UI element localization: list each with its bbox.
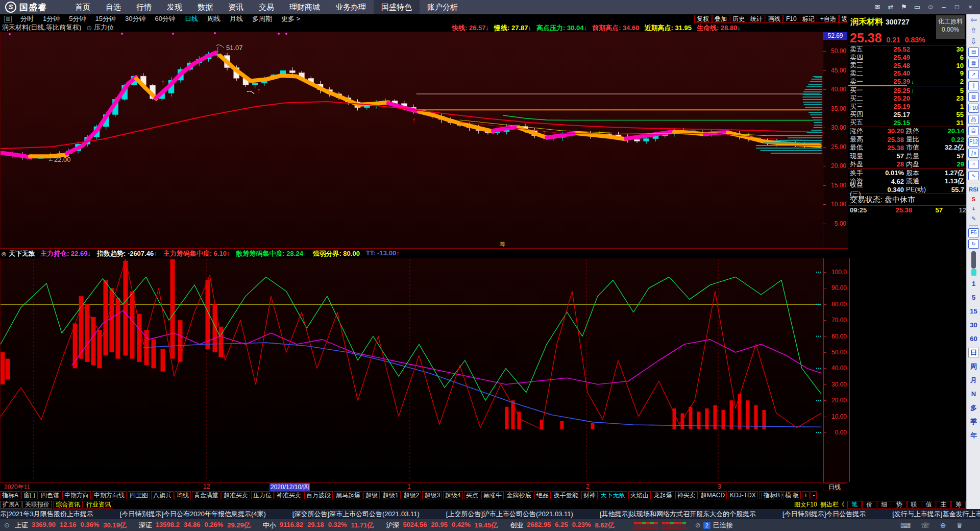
order-row[interactable]: 买五25.1531 (848, 118, 966, 127)
indicator-tab[interactable]: KDJ-TDX (728, 491, 758, 499)
timeframe-tab[interactable]: 30分钟 (120, 14, 150, 23)
period-季[interactable]: 季 (970, 415, 977, 428)
period-1[interactable]: 1 (972, 277, 975, 291)
news-item[interactable]: 示]2021年3月限售股份上市提示 (0, 510, 93, 519)
sub-indicator-chart[interactable] (0, 258, 823, 482)
indicator-tab[interactable]: 百万波段 (304, 491, 333, 499)
timeframe-tab[interactable]: 1分钟 (38, 14, 64, 23)
news-item[interactable]: [其他提示]以现场和网络方式召开股东大会的个股提示 (600, 510, 756, 519)
chart-button[interactable]: F10 (783, 15, 799, 23)
index-quote[interactable]: 深证13598.234.860.26%29.29亿 (139, 521, 255, 530)
timeframe-tab[interactable]: 周线 (203, 14, 225, 23)
menu-item[interactable]: 首页 (67, 0, 98, 14)
chart-button[interactable]: 标记 (800, 15, 817, 23)
indicator-tab[interactable]: 八旗兵 (151, 491, 174, 499)
menu-item[interactable]: 理财商城 (282, 0, 328, 14)
indicator-tab[interactable]: 超级1 (381, 491, 401, 499)
mini-tab[interactable]: 主 (937, 501, 951, 509)
side-link[interactable]: 图文F10 (794, 501, 817, 508)
minimize-icon[interactable]: – (937, 0, 950, 14)
indicator-tab[interactable]: 神买卖 (675, 491, 698, 499)
indicator-tab[interactable]: 火焰山 (628, 491, 651, 499)
indicator-tab[interactable]: 暴涨牛 (481, 491, 504, 499)
order-row[interactable]: 买二25.2023 (848, 94, 966, 103)
wave-icon[interactable]: ∿ (968, 171, 979, 180)
quick-icon[interactable]: ⚑ (897, 0, 911, 14)
menu-item[interactable]: 发现 (159, 0, 190, 14)
mini-tab[interactable]: 筹 (951, 501, 966, 509)
indicator-tab[interactable]: 黄金满堂 (192, 491, 220, 499)
chart-button[interactable]: 复权 (694, 15, 712, 23)
indicator-tab[interactable]: 指标A (0, 491, 20, 499)
kline-icon[interactable]: ∥ (968, 81, 979, 90)
indicator-tab[interactable]: 绝品 (534, 491, 551, 499)
maximize-icon[interactable]: □ (950, 0, 964, 14)
monitor-icon[interactable]: ▭ (911, 0, 924, 14)
period-年[interactable]: 年 (970, 428, 977, 442)
indicator-tab[interactable]: 超准买卖 (222, 491, 250, 499)
timeframe-tab[interactable]: 分时 (16, 14, 38, 23)
order-row[interactable]: 卖四25.496 (848, 54, 966, 62)
menu-item[interactable]: 行情 (129, 0, 159, 14)
timeframe-tab[interactable]: 日线 (180, 14, 203, 23)
period-5[interactable]: 5 (972, 291, 975, 304)
side-link[interactable]: 侧边栏《 (820, 501, 845, 508)
page-down-icon[interactable]: ⇩ (970, 36, 977, 46)
page-up-icon[interactable]: ⇧ (970, 25, 977, 36)
chart-button[interactable]: +自选 (818, 15, 839, 23)
period-月[interactable]: 月 (970, 373, 977, 387)
indicator-tab[interactable]: 金牌抄底 (505, 491, 533, 499)
indicator-tab[interactable]: 超MACD (699, 491, 727, 499)
quote-table-icon[interactable]: ▦ (968, 59, 979, 68)
indicator-tab[interactable]: 超级 (363, 491, 380, 499)
status-icon[interactable]: ⊙ (4, 521, 10, 529)
indicator-tab[interactable]: 财神 (581, 491, 598, 499)
indicator-tab[interactable]: + (802, 491, 810, 499)
period-日[interactable]: 日 (968, 348, 979, 357)
news-item[interactable]: [今日特别提示]今日公告提示 (782, 510, 866, 519)
trend-line-icon[interactable]: ↗ (968, 70, 979, 79)
order-row[interactable]: 买四25.1755 (848, 111, 966, 119)
user-icon[interactable]: ☺ (924, 0, 937, 14)
rsi-icon[interactable]: RSI (969, 185, 978, 195)
timeframe-tab[interactable]: 5分钟 (64, 14, 90, 23)
indicator-tab[interactable]: 指标B (762, 491, 782, 499)
layout-icon[interactable]: ▥ (4, 16, 12, 22)
f12-icon[interactable]: F12 (968, 137, 979, 147)
order-row[interactable]: 买三25.191 (848, 103, 966, 111)
menu-item[interactable]: 数据 (190, 0, 220, 14)
indicator-tab[interactable]: 换手量能 (552, 491, 580, 499)
report-icon[interactable]: ▤ (968, 47, 979, 57)
f10-icon[interactable]: F10 (968, 104, 979, 113)
timeframe-tab[interactable]: 60分钟 (150, 14, 180, 23)
indicator-tab[interactable]: 超级4 (443, 491, 463, 499)
timeframe-tab[interactable]: 更多 > (277, 14, 305, 23)
phone-icon[interactable]: ☏ (921, 521, 930, 529)
indicator-tab[interactable]: 买点 (464, 491, 480, 499)
indicator-tab[interactable]: 模 板 (783, 491, 801, 499)
extension-tab[interactable]: 扩展A (0, 501, 21, 509)
mini-tab[interactable]: 笔 (847, 501, 862, 509)
extension-tab[interactable]: 综合资讯 (53, 501, 83, 509)
refresh-icon[interactable]: ↻ (968, 239, 979, 249)
mini-tab[interactable]: 联 (907, 501, 921, 509)
timeframe-tab[interactable]: 多周期 (248, 14, 277, 23)
indicator-tab[interactable]: 神准买卖 (275, 491, 303, 499)
chart-button[interactable]: 画线 (766, 15, 783, 23)
index-quote[interactable]: 上证3369.9012.160.36%30.19亿 (15, 521, 131, 530)
chart-button[interactable]: 历史 (730, 15, 747, 23)
indicator-tab[interactable]: 均线 (175, 491, 191, 499)
pencil-icon[interactable]: ✎ (971, 214, 976, 224)
chart-button[interactable]: 叠加 (712, 15, 729, 23)
structure-icon[interactable]: 品 (968, 115, 979, 124)
mini-tab[interactable]: 势 (892, 501, 906, 509)
strip-scrollbar[interactable] (971, 251, 976, 269)
mini-tab[interactable]: 价 (862, 501, 876, 509)
period-60[interactable]: 60 (970, 332, 977, 346)
news-icon[interactable]: ▥ (968, 92, 979, 102)
main-kline-chart[interactable]: ↑↑↑↑↑51.07←22.00筹 (0, 32, 823, 249)
menu-item[interactable]: 交易 (251, 0, 282, 14)
period-15[interactable]: 15 (970, 304, 977, 318)
news-item[interactable]: [今日特别提示]今日公布2020年年报信息提示(4家) (120, 510, 266, 519)
menu-item[interactable]: 自选 (98, 0, 129, 14)
